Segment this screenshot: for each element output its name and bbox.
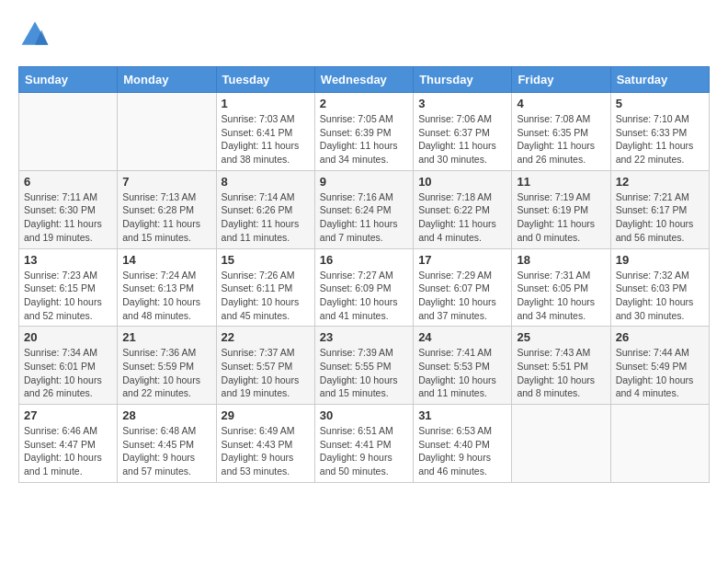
day-info: Sunrise: 6:49 AM Sunset: 4:43 PM Dayligh… [222, 424, 310, 478]
day-number: 4 [517, 97, 605, 110]
day-number: 6 [24, 175, 112, 189]
day-info: Sunrise: 7:31 AM Sunset: 6:05 PM Dayligh… [517, 269, 605, 323]
day-cell: 31Sunrise: 6:53 AM Sunset: 4:40 PM Dayli… [414, 405, 512, 483]
day-info: Sunrise: 7:18 AM Sunset: 6:22 PM Dayligh… [418, 190, 506, 245]
day-info: Sunrise: 7:08 AM Sunset: 6:35 PM Dayligh… [517, 112, 605, 167]
day-cell: 11Sunrise: 7:19 AM Sunset: 6:19 PM Dayli… [512, 170, 610, 248]
day-cell: 17Sunrise: 7:29 AM Sunset: 6:07 PM Dayli… [414, 248, 512, 327]
day-number: 21 [122, 330, 210, 344]
day-info: Sunrise: 7:24 AM Sunset: 6:13 PM Dayligh… [122, 269, 210, 323]
day-cell: 27Sunrise: 6:46 AM Sunset: 4:47 PM Dayli… [19, 405, 118, 483]
day-info: Sunrise: 6:51 AM Sunset: 4:41 PM Dayligh… [320, 424, 408, 478]
day-number: 14 [122, 253, 210, 267]
day-cell: 14Sunrise: 7:24 AM Sunset: 6:13 PM Dayli… [118, 248, 216, 327]
day-cell: 1Sunrise: 7:03 AM Sunset: 6:41 PM Daylig… [216, 93, 314, 171]
day-number: 3 [418, 97, 506, 110]
day-number: 1 [222, 97, 310, 110]
week-row-3: 13Sunrise: 7:23 AM Sunset: 6:15 PM Dayli… [19, 248, 710, 327]
calendar-table: SundayMondayTuesdayWednesdayThursdayFrid… [18, 66, 710, 483]
day-cell: 9Sunrise: 7:16 AM Sunset: 6:24 PM Daylig… [314, 170, 413, 248]
day-number: 5 [616, 97, 704, 110]
day-info: Sunrise: 6:53 AM Sunset: 4:40 PM Dayligh… [418, 424, 506, 478]
day-number: 24 [418, 330, 506, 344]
day-cell: 5Sunrise: 7:10 AM Sunset: 6:33 PM Daylig… [610, 93, 709, 171]
day-cell: 21Sunrise: 7:36 AM Sunset: 5:59 PM Dayli… [118, 327, 216, 405]
day-cell: 25Sunrise: 7:43 AM Sunset: 5:51 PM Dayli… [512, 327, 610, 405]
day-cell: 29Sunrise: 6:49 AM Sunset: 4:43 PM Dayli… [216, 405, 314, 483]
day-cell: 15Sunrise: 7:26 AM Sunset: 6:11 PM Dayli… [216, 248, 314, 327]
day-cell: 8Sunrise: 7:14 AM Sunset: 6:26 PM Daylig… [216, 170, 314, 248]
day-number: 15 [222, 253, 310, 267]
day-info: Sunrise: 7:27 AM Sunset: 6:09 PM Dayligh… [320, 269, 408, 323]
day-cell: 2Sunrise: 7:05 AM Sunset: 6:39 PM Daylig… [314, 93, 413, 171]
day-info: Sunrise: 7:14 AM Sunset: 6:26 PM Dayligh… [222, 190, 310, 245]
day-number: 27 [24, 408, 112, 422]
day-info: Sunrise: 7:29 AM Sunset: 6:07 PM Dayligh… [418, 269, 506, 323]
day-number: 2 [320, 97, 408, 110]
day-info: Sunrise: 7:34 AM Sunset: 6:01 PM Dayligh… [24, 346, 112, 400]
week-row-2: 6Sunrise: 7:11 AM Sunset: 6:30 PM Daylig… [19, 170, 710, 248]
day-info: Sunrise: 7:13 AM Sunset: 6:28 PM Dayligh… [122, 190, 210, 245]
week-row-4: 20Sunrise: 7:34 AM Sunset: 6:01 PM Dayli… [19, 327, 710, 405]
day-cell: 20Sunrise: 7:34 AM Sunset: 6:01 PM Dayli… [19, 327, 118, 405]
day-info: Sunrise: 7:23 AM Sunset: 6:15 PM Dayligh… [24, 269, 112, 323]
day-number: 30 [320, 408, 408, 422]
day-number: 12 [616, 175, 704, 189]
day-number: 20 [24, 330, 112, 344]
day-cell [118, 93, 216, 171]
header-friday: Friday [512, 67, 610, 93]
day-info: Sunrise: 7:05 AM Sunset: 6:39 PM Dayligh… [320, 112, 408, 167]
day-number: 13 [24, 253, 112, 267]
day-info: Sunrise: 7:03 AM Sunset: 6:41 PM Dayligh… [222, 112, 310, 167]
day-number: 29 [222, 408, 310, 422]
day-cell: 19Sunrise: 7:32 AM Sunset: 6:03 PM Dayli… [610, 248, 709, 327]
day-info: Sunrise: 6:48 AM Sunset: 4:45 PM Dayligh… [122, 424, 210, 478]
day-info: Sunrise: 7:16 AM Sunset: 6:24 PM Dayligh… [320, 190, 408, 245]
day-number: 9 [320, 175, 408, 189]
day-info: Sunrise: 7:39 AM Sunset: 5:55 PM Dayligh… [320, 346, 408, 400]
day-info: Sunrise: 7:36 AM Sunset: 5:59 PM Dayligh… [122, 346, 210, 400]
day-cell: 7Sunrise: 7:13 AM Sunset: 6:28 PM Daylig… [118, 170, 216, 248]
day-info: Sunrise: 7:11 AM Sunset: 6:30 PM Dayligh… [24, 190, 112, 245]
day-number: 7 [122, 175, 210, 189]
page-header [18, 18, 710, 52]
day-info: Sunrise: 7:37 AM Sunset: 5:57 PM Dayligh… [222, 346, 310, 400]
day-cell: 22Sunrise: 7:37 AM Sunset: 5:57 PM Dayli… [216, 327, 314, 405]
day-number: 23 [320, 330, 408, 344]
day-number: 25 [517, 330, 605, 344]
day-number: 31 [418, 408, 506, 422]
day-number: 22 [222, 330, 310, 344]
day-cell: 13Sunrise: 7:23 AM Sunset: 6:15 PM Dayli… [19, 248, 118, 327]
day-number: 28 [122, 408, 210, 422]
header-saturday: Saturday [610, 67, 709, 93]
day-cell: 30Sunrise: 6:51 AM Sunset: 4:41 PM Dayli… [314, 405, 413, 483]
header-thursday: Thursday [414, 67, 512, 93]
day-cell: 26Sunrise: 7:44 AM Sunset: 5:49 PM Dayli… [610, 327, 709, 405]
day-info: Sunrise: 6:46 AM Sunset: 4:47 PM Dayligh… [24, 424, 112, 478]
week-row-5: 27Sunrise: 6:46 AM Sunset: 4:47 PM Dayli… [19, 405, 710, 483]
day-number: 19 [616, 253, 704, 267]
day-cell: 18Sunrise: 7:31 AM Sunset: 6:05 PM Dayli… [512, 248, 610, 327]
header-sunday: Sunday [19, 67, 118, 93]
day-cell: 6Sunrise: 7:11 AM Sunset: 6:30 PM Daylig… [19, 170, 118, 248]
day-cell: 28Sunrise: 6:48 AM Sunset: 4:45 PM Dayli… [118, 405, 216, 483]
day-number: 8 [222, 175, 310, 189]
day-info: Sunrise: 7:41 AM Sunset: 5:53 PM Dayligh… [418, 346, 506, 400]
day-cell: 3Sunrise: 7:06 AM Sunset: 6:37 PM Daylig… [414, 93, 512, 171]
day-info: Sunrise: 7:44 AM Sunset: 5:49 PM Dayligh… [616, 346, 704, 400]
day-cell: 24Sunrise: 7:41 AM Sunset: 5:53 PM Dayli… [414, 327, 512, 405]
day-info: Sunrise: 7:43 AM Sunset: 5:51 PM Dayligh… [517, 346, 605, 400]
day-number: 11 [517, 175, 605, 189]
day-info: Sunrise: 7:21 AM Sunset: 6:17 PM Dayligh… [616, 190, 704, 245]
day-number: 16 [320, 253, 408, 267]
day-info: Sunrise: 7:19 AM Sunset: 6:19 PM Dayligh… [517, 190, 605, 245]
day-cell: 23Sunrise: 7:39 AM Sunset: 5:55 PM Dayli… [314, 327, 413, 405]
day-info: Sunrise: 7:06 AM Sunset: 6:37 PM Dayligh… [418, 112, 506, 167]
day-cell: 12Sunrise: 7:21 AM Sunset: 6:17 PM Dayli… [610, 170, 709, 248]
logo [18, 18, 55, 52]
day-cell [512, 405, 610, 483]
week-row-1: 1Sunrise: 7:03 AM Sunset: 6:41 PM Daylig… [19, 93, 710, 171]
day-cell: 4Sunrise: 7:08 AM Sunset: 6:35 PM Daylig… [512, 93, 610, 171]
day-info: Sunrise: 7:26 AM Sunset: 6:11 PM Dayligh… [222, 269, 310, 323]
day-number: 17 [418, 253, 506, 267]
